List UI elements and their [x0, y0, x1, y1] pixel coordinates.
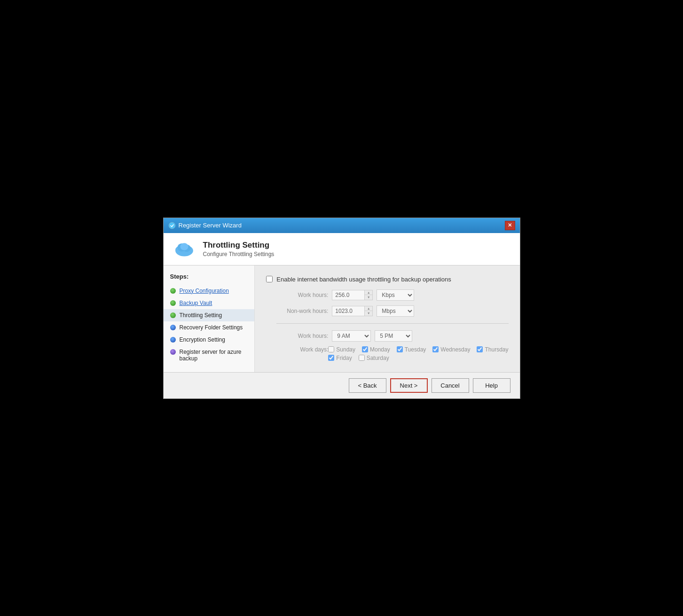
label-wednesday: Wednesday — [440, 346, 470, 353]
footer: < Back Next > Cancel Help — [164, 372, 520, 398]
work-hours-speed-label: Work hours: — [276, 292, 328, 298]
dot-icon-proxy — [170, 288, 176, 294]
days-row-1: Sunday Monday Tuesday — [328, 346, 508, 353]
sidebar-item-encryption[interactable]: Encryption Setting — [164, 334, 255, 346]
work-days-row: Work days: Sunday Monday — [276, 346, 508, 361]
help-button[interactable]: Help — [473, 378, 510, 393]
page-subtitle: Configure Throttling Settings — [203, 251, 275, 257]
label-monday: Monday — [370, 346, 390, 353]
dot-icon-throttling — [170, 312, 176, 318]
day-thursday[interactable]: Thursday — [477, 346, 508, 353]
sidebar-label-encryption: Encryption Setting — [180, 336, 225, 343]
non-work-hours-spinbox[interactable]: ▲ ▼ — [332, 306, 373, 316]
dot-icon-backup-vault — [170, 300, 176, 306]
checkbox-sunday[interactable] — [328, 346, 334, 352]
days-row-2: Friday Saturday — [328, 355, 508, 361]
day-friday[interactable]: Friday — [328, 355, 352, 361]
enable-throttling-row: Enable internet bandwidth usage throttli… — [266, 276, 508, 283]
title-bar-left: Register Server Wizard — [168, 222, 242, 229]
non-work-hours-label: Non-work hours: — [276, 308, 328, 314]
page-title: Throttling Setting — [203, 241, 275, 250]
checkbox-friday[interactable] — [328, 355, 334, 361]
sidebar-item-throttling[interactable]: Throttling Setting — [164, 309, 255, 321]
label-thursday: Thursday — [485, 346, 508, 353]
day-monday[interactable]: Monday — [362, 346, 390, 353]
sidebar-label-throttling: Throttling Setting — [180, 312, 222, 319]
non-work-hours-input[interactable] — [332, 306, 364, 316]
sidebar-label-backup-vault: Backup Vault — [180, 300, 212, 306]
work-hours-spinbox[interactable]: ▲ ▼ — [332, 290, 373, 300]
day-sunday[interactable]: Sunday — [328, 346, 355, 353]
sidebar-label-register: Register server for azure backup — [180, 349, 248, 362]
day-wednesday[interactable]: Wednesday — [432, 346, 470, 353]
work-hours-spin-up[interactable]: ▲ — [365, 290, 372, 295]
cloud-icon — [173, 240, 196, 258]
dot-icon-register — [170, 349, 176, 355]
title-bar: Register Server Wizard ✕ — [164, 218, 520, 233]
header-text: Throttling Setting Configure Throttling … — [203, 241, 275, 257]
back-button[interactable]: < Back — [349, 378, 386, 393]
checkbox-monday[interactable] — [362, 346, 368, 352]
non-work-hours-speed-row: Non-work hours: ▲ ▼ Kbps Mbps — [276, 305, 508, 317]
next-button[interactable]: Next > — [390, 378, 428, 393]
work-days-label: Work days: — [276, 346, 328, 353]
close-button[interactable]: ✕ — [505, 221, 515, 230]
dot-icon-encryption — [170, 337, 176, 343]
throttle-section: Work hours: ▲ ▼ Kbps Mbps N — [266, 289, 508, 361]
sidebar: Steps: Proxy Configuration Backup Vault … — [164, 265, 255, 372]
work-days-grid: Sunday Monday Tuesday — [328, 346, 508, 361]
label-sunday: Sunday — [336, 346, 355, 353]
day-tuesday[interactable]: Tuesday — [397, 346, 426, 353]
dot-icon-recovery — [170, 325, 176, 330]
svg-point-5 — [180, 243, 188, 250]
section-divider — [276, 323, 508, 324]
enable-throttling-label: Enable internet bandwidth usage throttli… — [276, 276, 451, 283]
checkbox-wednesday[interactable] — [432, 346, 439, 352]
non-work-hours-spinbox-buttons: ▲ ▼ — [364, 306, 372, 316]
sidebar-label-proxy: Proxy Configuration — [180, 288, 229, 294]
label-tuesday: Tuesday — [405, 346, 426, 353]
cancel-button[interactable]: Cancel — [432, 378, 469, 393]
work-hours-end-select[interactable]: 1 PM 2 PM 3 PM 4 PM 5 PM 6 PM — [375, 330, 412, 342]
sidebar-item-backup-vault[interactable]: Backup Vault — [164, 297, 255, 309]
day-saturday[interactable]: Saturday — [359, 355, 389, 361]
label-saturday: Saturday — [367, 355, 389, 361]
work-hours-spin-down[interactable]: ▼ — [365, 295, 372, 300]
work-hours-spinbox-buttons: ▲ ▼ — [364, 290, 372, 300]
content-area: Enable internet bandwidth usage throttli… — [255, 265, 519, 372]
label-friday: Friday — [336, 355, 352, 361]
svg-point-0 — [169, 222, 175, 229]
checkbox-tuesday[interactable] — [397, 346, 403, 352]
sidebar-item-proxy[interactable]: Proxy Configuration — [164, 285, 255, 297]
app-icon — [168, 222, 176, 229]
work-hours-input[interactable] — [332, 290, 364, 300]
work-hours-start-select[interactable]: 6 AM 7 AM 8 AM 9 AM 10 AM — [332, 330, 371, 342]
main-content: Steps: Proxy Configuration Backup Vault … — [164, 265, 520, 372]
checkbox-thursday[interactable] — [477, 346, 483, 352]
sidebar-label-recovery: Recovery Folder Settings — [180, 324, 243, 331]
work-hours-unit-select[interactable]: Kbps Mbps — [377, 289, 414, 301]
title-bar-text: Register Server Wizard — [179, 222, 242, 229]
header-area: Throttling Setting Configure Throttling … — [164, 233, 520, 265]
work-hours-time-row: Work hours: 6 AM 7 AM 8 AM 9 AM 10 AM 1 … — [276, 330, 508, 342]
sidebar-item-register[interactable]: Register server for azure backup — [164, 346, 255, 365]
wizard-window: Register Server Wizard ✕ Throttling Sett… — [163, 218, 520, 399]
non-work-hours-spin-down[interactable]: ▼ — [365, 311, 372, 316]
sidebar-item-recovery[interactable]: Recovery Folder Settings — [164, 321, 255, 334]
enable-throttling-checkbox[interactable] — [266, 276, 273, 282]
work-hours-time-label: Work hours: — [276, 333, 328, 339]
work-hours-speed-row: Work hours: ▲ ▼ Kbps Mbps — [276, 289, 508, 301]
non-work-hours-spin-up[interactable]: ▲ — [365, 306, 372, 311]
non-work-hours-unit-select[interactable]: Kbps Mbps — [377, 305, 414, 317]
steps-label: Steps: — [164, 273, 255, 285]
checkbox-saturday[interactable] — [359, 355, 365, 361]
